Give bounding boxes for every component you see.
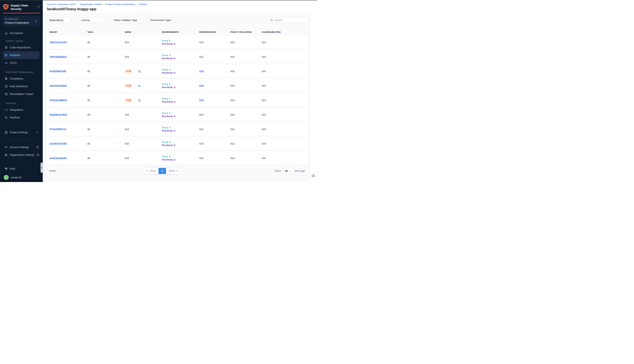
sidebar-item-label: Compliance (10, 77, 23, 80)
dependencies-cell: 218 (199, 84, 230, 88)
home-icon (5, 32, 8, 35)
digest-link[interactable]: c69c5b6a8ae2 (50, 55, 67, 58)
sidebar-item-label: Integrations (10, 108, 23, 111)
sidebar-item-integrations[interactable]: Integrations (0, 106, 43, 114)
breadcrumb-link-organization-default[interactable]: Organization: default (80, 3, 102, 6)
arrow-right-icon (176, 170, 178, 172)
next-page-button[interactable]: Next (166, 168, 181, 174)
filter-license[interactable]: License (79, 18, 107, 23)
sidebar-item-artifacts[interactable]: Artifacts (3, 51, 40, 59)
sidebar-item-label: Project Settings (10, 131, 28, 134)
sidebar-item-project-settings[interactable]: Project Settings (0, 128, 43, 136)
sbom-value: N/A (125, 142, 129, 145)
sidebar-item-label: CI/CD (10, 62, 17, 64)
sbom-download-button[interactable] (137, 98, 141, 102)
env-preprod-count: Pre-Prod: 0 (162, 144, 199, 147)
digest-link[interactable]: dcdd29b7fafb (50, 70, 66, 73)
breadcrumb-link-artifacts[interactable]: Artifacts (139, 3, 148, 6)
digest-link[interactable]: ee4218cdba0c (50, 157, 67, 160)
env-prod-count: Prod: 0 (162, 155, 199, 158)
sidebar-item-help[interactable]: ? Help (0, 165, 43, 172)
policy-violations-value: N/A (230, 113, 262, 116)
chevron-down-icon (289, 170, 291, 172)
project-selector[interactable]: PROJECT Product Exploratory (3, 16, 40, 26)
env-preprod-count: Pre-Prod: 0 (162, 115, 199, 118)
arrow-left-icon (146, 170, 149, 172)
sidebar-item-compliance[interactable]: Compliance (0, 75, 43, 82)
module-switcher-icon[interactable] (37, 5, 40, 8)
sbom-cell: 6.38 (125, 69, 162, 74)
sidebar-item-rule-definitions[interactable]: Rule Definitions (0, 82, 43, 90)
sidebar-collapse-handle[interactable] (41, 162, 43, 173)
dependencies-link[interactable]: 218 (199, 70, 203, 73)
info-icon (36, 146, 39, 149)
sidebar-item-pipelines[interactable]: Pipelines (0, 114, 43, 121)
env-prod-count: Prod: 0 (162, 54, 199, 57)
prev-page-button[interactable]: Prev (143, 168, 159, 174)
environments-cell: Prod: 0 Pre-Prod: 0 (162, 112, 199, 118)
digest-link[interactable]: 2c5365718e88 (50, 142, 67, 145)
brand-accent-divider (3, 13, 40, 14)
search-input[interactable] (268, 18, 308, 23)
breadcrumb-link-project-product-exploratory[interactable]: Project: Product Exploratory (106, 3, 135, 6)
filter-environment-type[interactable]: Environment Type (148, 18, 176, 23)
search-box (268, 18, 308, 23)
tag-value: v5 (87, 55, 125, 58)
infinity-icon (5, 62, 8, 64)
policy-violations-value: N/A (230, 84, 262, 87)
sidebar-bottom: ? Help L Lavakush (0, 165, 43, 181)
sidebar-item-account-settings[interactable]: Account Settings (0, 143, 43, 151)
sbom-cell: N/A (125, 41, 162, 44)
dependencies-cell: N/A (199, 55, 230, 58)
breadcrumb-link-account-automation-ssca[interactable]: Account: Automation-SSCA (47, 3, 76, 6)
sidebar-item-remediation-tracker[interactable]: Remediation Tracker (0, 90, 43, 98)
page-1-button[interactable]: 1 (159, 168, 166, 174)
digest-link[interactable]: 9710cf6667c9 (50, 128, 66, 131)
filter-label: Policy Violation Type (114, 19, 137, 22)
tag-value: v5 (87, 128, 125, 131)
digest-link[interactable]: 33d114e1c225 (50, 41, 67, 44)
sidebar-item-label: Remediation Tracker (10, 92, 33, 96)
filter-dependency[interactable]: Dependency (47, 18, 75, 23)
env-preprod-count: Pre-Prod: 0 (162, 158, 199, 161)
sidebar-item-code-repositories[interactable]: Code Repositories (0, 44, 43, 51)
page-size-select[interactable]: 20 (283, 168, 293, 174)
env-prod-count: Prod: 0 (162, 40, 199, 42)
vulnerabilities-value: N/A (262, 128, 305, 131)
dependencies-cell: 218 (199, 70, 230, 73)
digest-link[interactable]: 5dab9caa79c5 (50, 113, 67, 116)
project-name: Product Exploratory (5, 21, 38, 24)
digest-link[interactable]: 479e2acd981b (50, 99, 67, 102)
sidebar-item-ci-cd[interactable]: CI/CD (0, 59, 43, 67)
sbom-cell: 6.38 (125, 84, 162, 88)
column-header-policy-violations: POLICY VIOLATIONS (230, 31, 262, 33)
sbom-download-button[interactable] (137, 84, 141, 88)
chevron-right-icon (36, 131, 39, 134)
sbom-download-button[interactable] (137, 69, 141, 73)
nav-section-manage: MANAGE (6, 102, 43, 106)
project-cube-icon (5, 18, 7, 20)
dependencies-link[interactable]: 218 (199, 99, 203, 102)
table-row: ee4218cdba0c v5 N/A Prod: 0 Pre-Prod: 0 … (47, 152, 308, 165)
feedback-chat-icon[interactable] (311, 174, 315, 178)
supply-chain-security-logo-icon (3, 4, 9, 10)
sbom-value: N/A (125, 128, 129, 131)
vulnerabilities-value: N/A (262, 70, 305, 73)
digest-link[interactable]: a9c6e00c66bb (50, 84, 67, 87)
show-label: Show (275, 169, 281, 172)
environments-cell: Prod: 0 Pre-Prod: 0 (162, 126, 199, 132)
sidebar-item-get-started[interactable]: Get Started (0, 29, 43, 37)
vulnerabilities-value: N/A (262, 41, 305, 44)
environments-cell: Prod: 0 Pre-Prod: 0 (162, 141, 199, 147)
dependencies-link[interactable]: 218 (199, 84, 203, 87)
page-size-control: Show 20 per page (275, 168, 305, 174)
sidebar-item-organization-settings[interactable]: Organization Settings (0, 151, 43, 159)
nav-section-supply-chain: SUPPLY CHAIN (6, 40, 43, 44)
window-top-edge (0, 0, 317, 0)
filter-policy-violation-type[interactable]: Policy Violation Type (111, 18, 144, 23)
sidebar-item-label: Rule Definitions (10, 85, 28, 88)
chevron-right-icon (35, 20, 38, 23)
sbom-cell: 6.38 (125, 98, 162, 102)
chevron-down-icon (103, 19, 105, 22)
env-prod-count: Prod: 0 (162, 68, 199, 71)
